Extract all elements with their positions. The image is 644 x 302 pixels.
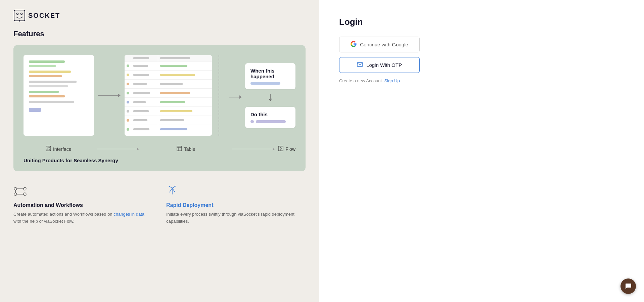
svg-point-2: [17, 13, 18, 15]
otp-login-button[interactable]: Login With OTP: [339, 57, 420, 73]
label-table-text: Table: [184, 146, 195, 152]
svg-point-4: [19, 20, 20, 21]
svg-rect-24: [357, 62, 363, 67]
table-row: [125, 107, 212, 116]
mock-button: [29, 108, 41, 112]
google-login-button[interactable]: Continue with Google: [339, 37, 420, 52]
left-panel: SOCKET Features: [0, 0, 319, 302]
right-panel: Login Continue with Google Login With OT…: [319, 0, 644, 302]
mock-line: [29, 95, 65, 97]
flow-cards: When this happened Do this: [245, 63, 295, 128]
arrow-head: [118, 94, 121, 97]
mock-line: [29, 75, 62, 77]
svg-line-22: [169, 186, 172, 188]
svg-point-14: [14, 187, 17, 190]
deployment-icon: [166, 185, 306, 199]
feature-card-automation: Automation and Workflows Create automate…: [13, 185, 153, 225]
mock-line: [29, 71, 71, 73]
table-row: [125, 89, 212, 98]
table-mockup: [125, 55, 212, 136]
svg-rect-0: [13, 9, 26, 21]
interface-icon: [46, 146, 51, 152]
feature-card-deployment-title: Rapid Deployment: [166, 202, 306, 208]
interface-mockup: [24, 55, 94, 136]
svg-point-8: [49, 147, 50, 148]
flow-card-bar: [250, 82, 280, 85]
changes-link[interactable]: changes in data: [113, 212, 144, 217]
dashed-separator: [219, 55, 219, 136]
feature-card-deployment-desc: Initiate every process swiftly through v…: [166, 211, 306, 225]
logo: SOCKET: [13, 9, 306, 21]
mock-line: [29, 91, 59, 93]
signup-link[interactable]: Sign Up: [384, 78, 400, 83]
socket-logo-icon: [13, 9, 26, 21]
flow-card-when-title: When this happened: [250, 68, 290, 79]
svg-point-16: [14, 193, 17, 196]
svg-point-17: [24, 193, 26, 196]
table-row: [125, 116, 212, 125]
svg-point-7: [47, 147, 48, 148]
mock-line: [29, 81, 77, 83]
table-icon: [177, 146, 182, 152]
diagram-content: When this happened Do this: [24, 55, 295, 136]
label-arrow-1: [93, 148, 142, 150]
features-title: Features: [13, 30, 306, 38]
signup-section: Create a new Account. Sign Up: [339, 78, 624, 83]
diagram-labels: Interface Table: [24, 146, 295, 152]
mock-line: [29, 65, 56, 67]
flow-card-when: When this happened: [245, 63, 295, 89]
label-interface-text: Interface: [53, 146, 71, 152]
flow-icon: [278, 146, 283, 152]
automation-icon: [13, 185, 153, 199]
svg-line-21: [172, 186, 176, 188]
chat-bubble[interactable]: [620, 278, 636, 294]
label-flow-text: Flow: [285, 146, 295, 152]
table-row: [125, 71, 212, 80]
flow-card-do: Do this: [245, 107, 295, 128]
table-row: [125, 61, 212, 71]
diagram-footer-text: Uniting Products for Seamless Synergy: [24, 158, 295, 163]
label-table: Table: [142, 146, 229, 152]
google-btn-label: Continue with Google: [360, 42, 408, 47]
mock-line: [29, 85, 68, 87]
label-flow: Flow: [278, 146, 295, 152]
flow-down-arrow: [245, 93, 295, 103]
logo-text: SOCKET: [28, 12, 60, 19]
flow-card-do-title: Do this: [250, 112, 290, 117]
arrow-line: [98, 95, 118, 96]
table-row: [125, 125, 212, 134]
table-to-flow-arrow: [226, 92, 245, 99]
login-title: Login: [339, 17, 624, 27]
signup-static-text: Create a new Account.: [339, 78, 383, 83]
otp-btn-label: Login With OTP: [366, 62, 402, 68]
label-arrow-2: [229, 148, 278, 150]
otp-icon: [357, 61, 363, 69]
interface-to-table-arrow: [94, 94, 125, 97]
flow-card-bar-2: [256, 120, 286, 123]
table-row: [125, 80, 212, 89]
google-icon: [351, 41, 357, 48]
mock-line: [29, 60, 65, 63]
label-interface: Interface: [24, 146, 93, 152]
table-row: [125, 98, 212, 107]
svg-point-15: [24, 187, 26, 190]
diagram-area: When this happened Do this: [13, 45, 306, 171]
svg-point-3: [21, 13, 22, 15]
table-header: [125, 55, 212, 61]
svg-rect-9: [177, 146, 182, 151]
feature-card-automation-title: Automation and Workflows: [13, 202, 153, 208]
svg-rect-1: [14, 10, 25, 21]
feature-card-automation-desc: Create automated actions and Workflows b…: [13, 211, 153, 225]
feature-cards: Automation and Workflows Create automate…: [13, 182, 306, 225]
feature-card-deployment: Rapid Deployment Initiate every process …: [166, 185, 306, 225]
mock-line: [29, 101, 74, 103]
